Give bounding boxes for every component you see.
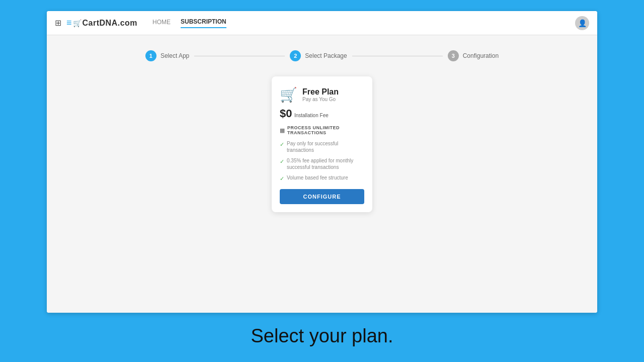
plan-subtitle: Pay as You Go xyxy=(302,97,339,102)
bottom-caption: Select your plan. xyxy=(0,325,644,347)
browser-window: ⊞ ≡ 🛒 CartDNA.com HOME SUBSCRIPTION 👤 1 … xyxy=(47,11,597,313)
step-3: 3 Configuration xyxy=(448,50,499,61)
nav-links: HOME SUBSCRIPTION xyxy=(152,18,226,28)
check-icon-1: ✓ xyxy=(280,141,284,148)
card-container: 🛒 Free Plan Pay as You Go $0 Installatio… xyxy=(47,76,597,212)
cart-icon: 🛒 xyxy=(280,86,297,103)
plan-card: 🛒 Free Plan Pay as You Go $0 Installatio… xyxy=(272,76,372,212)
plan-unlimited: ▦ PROCESS UNLIMITED TRANSACTIONS xyxy=(280,125,364,135)
plan-price-label: Installation Fee xyxy=(294,113,329,118)
nav-home[interactable]: HOME xyxy=(152,19,171,28)
feature-3-text: Volume based fee structure xyxy=(287,174,348,181)
plan-features: ✓ Pay only for successful transactions ✓… xyxy=(280,140,364,182)
check-icon-2: ✓ xyxy=(280,158,284,165)
unlimited-text: PROCESS UNLIMITED TRANSACTIONS xyxy=(287,125,364,135)
step-2-label: Select Package xyxy=(305,52,347,59)
avatar-icon: 👤 xyxy=(578,19,587,27)
avatar[interactable]: 👤 xyxy=(575,16,589,30)
plan-title-area: Free Plan Pay as You Go xyxy=(302,87,339,102)
plan-name: Free Plan xyxy=(302,87,339,97)
feature-1-text: Pay only for successful transactions xyxy=(287,140,364,153)
plan-price: $0 xyxy=(280,107,292,120)
step-connector-1 xyxy=(194,56,285,56)
unlimited-icon: ▦ xyxy=(280,127,285,134)
feature-2-text: 0.35% fee applied for monthly successful… xyxy=(287,157,364,170)
step-1-label: Select App xyxy=(160,52,189,59)
logo-text: CartDNA.com xyxy=(83,19,138,28)
feature-3: ✓ Volume based fee structure xyxy=(280,174,364,182)
step-1: 1 Select App xyxy=(145,50,189,61)
check-icon-3: ✓ xyxy=(280,175,284,182)
step-3-label: Configuration xyxy=(463,52,499,59)
configure-button[interactable]: CONFIGURE xyxy=(280,189,364,204)
navbar: ⊞ ≡ 🛒 CartDNA.com HOME SUBSCRIPTION 👤 xyxy=(47,11,597,35)
step-2: 2 Select Package xyxy=(290,50,347,61)
logo-cart-icon: 🛒 xyxy=(73,19,82,27)
feature-2: ✓ 0.35% fee applied for monthly successf… xyxy=(280,157,364,170)
plan-header: 🛒 Free Plan Pay as You Go xyxy=(280,86,364,103)
step-3-circle: 3 xyxy=(448,50,459,61)
steps-bar: 1 Select App 2 Select Package 3 Configur… xyxy=(47,50,597,61)
main-content: 1 Select App 2 Select Package 3 Configur… xyxy=(47,35,597,313)
step-1-circle: 1 xyxy=(145,50,156,61)
logo[interactable]: ≡ 🛒 CartDNA.com xyxy=(66,18,137,28)
feature-1: ✓ Pay only for successful transactions xyxy=(280,140,364,153)
step-2-circle: 2 xyxy=(290,50,301,61)
step-connector-2 xyxy=(352,56,443,56)
logo-arrows: ≡ xyxy=(66,18,72,28)
plan-price-row: $0 Installation Fee xyxy=(280,107,364,120)
nav-subscription[interactable]: SUBSCRIPTION xyxy=(181,18,226,28)
grid-icon[interactable]: ⊞ xyxy=(55,18,61,28)
